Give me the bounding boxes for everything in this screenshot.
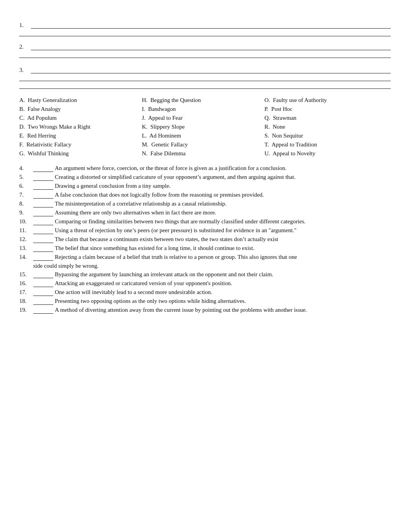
def-number: 15.	[19, 271, 33, 278]
fallacy-letter: O.	[264, 97, 270, 103]
def-blank	[33, 236, 53, 243]
fallacy-col1-item: F. Relativistic Fallacy	[19, 140, 142, 149]
fallacy-name: Appeal to Tradition	[271, 141, 317, 148]
def-number: 13.	[19, 245, 33, 252]
def-text: Assuming there are only two alternatives…	[55, 209, 391, 216]
definition-item: 11. Using a threat of rejection by one’s…	[19, 227, 391, 234]
definition-item: 14. Rejecting a claim because of a belie…	[19, 254, 391, 261]
definition-item: 6. Drawing a general conclusion from a t…	[19, 183, 391, 190]
fallacy-col2-item: M. Genetic Fallacy	[142, 140, 264, 149]
def-blank	[33, 307, 53, 314]
fallacy-name: Wishful Thinking	[28, 150, 69, 156]
def-text: A false conclusion that does not logical…	[55, 192, 391, 198]
fallacy-letter: J.	[142, 115, 146, 121]
fallacy-name: Ad Populum	[27, 115, 56, 121]
def-text: Presenting two opposing options as the o…	[55, 298, 391, 304]
definition-item: 12. The claim that because a continuum e…	[19, 236, 391, 243]
fallacy-col3-item: P. Post Hoc	[264, 105, 391, 114]
fallacy-letter: K.	[142, 124, 147, 130]
fallacy-name: Genetic Fallacy	[151, 141, 188, 148]
def-blank	[33, 227, 53, 234]
fallacy-col1-item: C. Ad Populum	[19, 114, 142, 122]
def-blank	[33, 209, 53, 216]
def-number: 11.	[19, 227, 33, 234]
def-text: The misinterpretation of a correlative r…	[55, 201, 391, 207]
def-number: 5.	[19, 174, 33, 180]
fallacy-letter: L.	[142, 133, 147, 139]
fallacy-name: Ad Hominem	[149, 133, 181, 139]
def-blank	[33, 218, 53, 225]
extra-line-1a	[19, 29, 391, 36]
fallacy-col2-item: I. Bandwagon	[142, 105, 264, 114]
fallacy-name: Faulty use of Authority	[273, 97, 327, 103]
fallacy-letter: N.	[142, 150, 147, 156]
def-text: One action will inevitably lead to a sec…	[55, 289, 391, 296]
definition-item: 9. Assuming there are only two alternati…	[19, 209, 391, 216]
fallacy-letter: B.	[19, 106, 25, 112]
fallacy-letter: T.	[264, 141, 269, 148]
def-number: 10.	[19, 218, 33, 225]
def-blank	[33, 192, 53, 199]
fallacy-col1-item: G. Wishful Thinking	[19, 149, 142, 158]
fallacy-col1-item: A. Hasty Generalization	[19, 96, 142, 105]
def-number: 9.	[19, 209, 33, 216]
def-number: 12.	[19, 236, 33, 243]
fallacy-letter: H.	[142, 97, 147, 103]
def-text: Creating a distorted or simplified caric…	[55, 174, 391, 180]
def-blank	[33, 271, 53, 278]
def-text: Attacking an exaggerated or caricatured …	[55, 280, 391, 287]
fallacy-name: Two Wrongs Make a Right	[28, 124, 90, 130]
def-text: A method of diverting attention away fro…	[55, 307, 391, 313]
def-text: Rejecting a claim because of a belief th…	[55, 254, 391, 260]
fallacy-name: None	[273, 124, 285, 130]
fallacy-name: Begging the Question	[151, 97, 201, 103]
def-text: Drawing a general conclusion from a tiny…	[55, 183, 391, 189]
fallacy-name: Post Hoc	[271, 106, 293, 112]
fallacy-col2-item: H. Begging the Question	[142, 96, 264, 105]
fallacy-letter: G.	[19, 150, 25, 156]
def-blank	[33, 245, 53, 252]
fallacy-name: Hasty Generalization	[28, 97, 77, 103]
fallacy-letter: R.	[264, 124, 270, 130]
fallacy-letter: Q.	[264, 115, 270, 121]
def-number: 6.	[19, 183, 33, 189]
def-blank	[33, 254, 53, 261]
answer-line-1: 1.	[19, 22, 391, 29]
fallacy-col3-item: O. Faulty use of Authority	[264, 96, 391, 105]
def-number: 7.	[19, 192, 33, 198]
answer-underline-2	[31, 43, 391, 50]
fallacy-name: Slippery Slope	[151, 124, 185, 130]
definition-item: 19. A method of diverting attention away…	[19, 307, 391, 314]
fallacy-name: Non Sequitur	[272, 133, 303, 139]
fallacy-name: Relativistic Fallacy	[26, 141, 71, 148]
fallacy-list: A. Hasty Generalization H. Begging the Q…	[19, 96, 391, 158]
answer-underline-1	[31, 22, 391, 29]
fallacy-col2-item: L. Ad Hominem	[142, 131, 264, 140]
fallacy-col2-item: N. False Dilemma	[142, 149, 264, 158]
fallacy-letter: M.	[142, 141, 148, 148]
definition-item: 13. The belief that since something has …	[19, 245, 391, 252]
fallacy-letter: D.	[19, 124, 25, 130]
answer-underline-3	[31, 66, 391, 73]
fallacy-col1-item: B. False Analogy	[19, 105, 142, 114]
def-number: 8.	[19, 201, 33, 207]
number-2: 2.	[19, 44, 31, 50]
def-blank	[33, 174, 53, 181]
def-number: 19.	[19, 307, 33, 313]
def-number: 17.	[19, 289, 33, 296]
def-text: The claim that because a continuum exist…	[55, 236, 391, 243]
def-number: 16.	[19, 280, 33, 287]
fallacy-letter: U.	[264, 150, 270, 156]
definition-item: 16. Attacking an exaggerated or caricatu…	[19, 280, 391, 287]
fallacy-col3-item: T. Appeal to Tradition	[264, 140, 391, 149]
fallacy-col2-item: J. Appeal to Fear	[142, 114, 264, 122]
def-number: 4.	[19, 165, 33, 172]
fallacy-name: False Dilemma	[151, 150, 186, 156]
def-number: 14.	[19, 254, 33, 260]
extra-line-3a	[19, 74, 391, 81]
fallacy-letter: F.	[19, 141, 24, 148]
fallacy-col1-item: D. Two Wrongs Make a Right	[19, 122, 142, 131]
number-1: 1.	[19, 22, 31, 29]
fallacy-col3-item: Q. Strawman	[264, 114, 391, 122]
definition-item: 10. Comparing or finding similarities be…	[19, 218, 391, 225]
